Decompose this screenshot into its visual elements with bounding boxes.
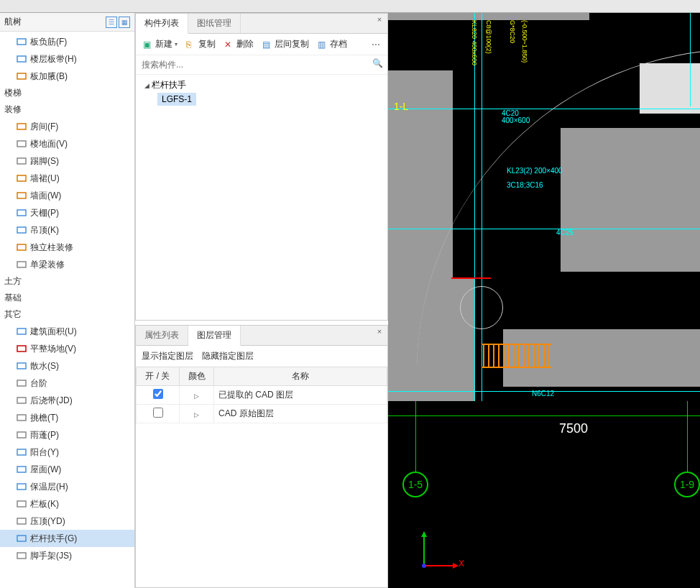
tree-cat-decor[interactable]: 装修 xyxy=(0,101,134,118)
item-icon xyxy=(16,155,27,167)
tree-item[interactable]: 楼地面(V) xyxy=(0,135,134,152)
floor-copy-button[interactable]: ▤层间复制 xyxy=(259,37,312,52)
svg-rect-19 xyxy=(17,449,26,455)
tree-cat-stairs[interactable]: 楼梯 xyxy=(0,85,134,101)
tree-item[interactable]: 阳台(Y) xyxy=(0,444,134,461)
delete-icon: ✕ xyxy=(224,40,234,50)
grid-marker: 1-5 xyxy=(402,472,428,497)
tree-item[interactable]: 单梁装修 xyxy=(0,256,134,273)
view-grid-icon[interactable]: ▦ xyxy=(119,17,130,28)
tree-item[interactable]: 雨蓬(P) xyxy=(0,426,134,444)
item-icon xyxy=(16,515,27,527)
new-button[interactable]: ▣新建▾ xyxy=(140,37,180,52)
svg-rect-12 xyxy=(17,329,26,334)
item-icon xyxy=(16,550,27,561)
tree-item[interactable]: 挑檐(T) xyxy=(0,409,134,426)
search-icon[interactable]: 🔍 xyxy=(372,58,383,71)
tree-item[interactable]: 后浇带(JD) xyxy=(0,392,134,409)
cad-viewport[interactable]: 4C20 400×600 KL23(2) 200×400 3C18;3C16 4… xyxy=(388,13,700,588)
nav-tree-title: 航树 xyxy=(4,16,22,28)
tree-item[interactable]: 板负筋(F) xyxy=(0,33,134,50)
more-icon[interactable]: ⋯ xyxy=(369,40,383,50)
tree-cat-other[interactable]: 其它 xyxy=(0,306,134,323)
svg-rect-21 xyxy=(17,484,26,490)
layer-toggle[interactable] xyxy=(153,408,163,418)
close-icon[interactable]: × xyxy=(374,15,384,25)
archive-button[interactable]: ▥存档 xyxy=(315,37,350,52)
tree-item[interactable]: 散水(S) xyxy=(0,357,134,375)
component-item[interactable]: LGFS-1 xyxy=(157,93,196,106)
nav-tree: 板负筋(F)楼层板带(H)板加腋(B) 楼梯 装修 房间(F)楼地面(V)踢脚(… xyxy=(0,32,134,566)
tree-item[interactable]: 踢脚(S) xyxy=(0,152,134,170)
tab-properties[interactable]: 属性列表 xyxy=(136,326,188,345)
item-icon xyxy=(16,446,27,458)
svg-marker-27 xyxy=(453,563,459,569)
tree-item[interactable]: 墙面(W) xyxy=(0,187,134,204)
tree-item[interactable]: 台阶 xyxy=(0,375,134,392)
svg-rect-16 xyxy=(17,398,26,403)
search-input[interactable] xyxy=(140,58,385,71)
delete-button[interactable]: ✕删除 xyxy=(221,37,257,52)
svg-rect-25 xyxy=(17,553,26,559)
component-list-panel: × 构件列表 图纸管理 ▣新建▾ ⎘复制 ✕删除 ▤层间复制 ▥存档 ⋯ 🔍 ◢… xyxy=(135,13,388,321)
chevron-down-icon[interactable]: ◢ xyxy=(144,82,152,89)
copy-button[interactable]: ⎘复制 xyxy=(183,37,218,52)
section-label: 1-L xyxy=(394,101,408,112)
tree-item[interactable]: 栏板(K) xyxy=(0,495,134,513)
tab-drawing-mgmt[interactable]: 图纸管理 xyxy=(188,14,241,33)
tree-item[interactable]: 屋面(W) xyxy=(0,461,134,478)
expand-icon[interactable]: ▷ xyxy=(194,411,199,418)
properties-panel: × 属性列表 图层管理 显示指定图层 隐藏指定图层 开 / 关 颜色 名称 ▷ … xyxy=(135,325,388,588)
item-icon xyxy=(16,533,27,544)
dimension: 7500 xyxy=(559,421,588,436)
show-layer-action[interactable]: 显示指定图层 xyxy=(142,350,193,362)
tree-item[interactable]: 墙裙(U) xyxy=(0,170,134,187)
tree-item[interactable]: 建筑面积(U) xyxy=(0,323,134,340)
svg-point-30 xyxy=(422,564,426,568)
archive-icon: ▥ xyxy=(318,40,328,50)
tree-item[interactable]: 板加腋(B) xyxy=(0,68,134,85)
svg-rect-7 xyxy=(17,193,26,198)
tree-item[interactable]: 独立柱装修 xyxy=(0,239,134,256)
view-list-icon[interactable]: ☰ xyxy=(106,17,117,28)
beam-label: KL23(2) 200×400 xyxy=(507,167,563,175)
tree-cat-earth[interactable]: 土方 xyxy=(0,273,134,290)
layer-toggle[interactable] xyxy=(153,389,163,399)
tree-item[interactable]: 楼层板带(H) xyxy=(0,50,134,68)
grid-marker: 1-9 xyxy=(674,472,700,497)
component-root-node[interactable]: ◢ 栏杆扶手 xyxy=(142,78,382,93)
layer-name: 已提取的 CAD 图层 xyxy=(214,386,387,405)
item-icon xyxy=(16,343,27,354)
layer-table: 开 / 关 颜色 名称 ▷ 已提取的 CAD 图层 ▷ CAD 原始图层 xyxy=(136,367,387,423)
tree-item[interactable]: 压顶(YD) xyxy=(0,513,134,530)
svg-rect-23 xyxy=(17,518,26,524)
expand-icon[interactable]: ▷ xyxy=(194,392,199,400)
tree-item[interactable]: 天棚(P) xyxy=(0,204,134,221)
svg-rect-1 xyxy=(17,56,26,62)
svg-rect-2 xyxy=(17,73,26,79)
hide-layer-action[interactable]: 隐藏指定图层 xyxy=(202,350,254,362)
item-icon xyxy=(16,121,27,132)
tab-component-list[interactable]: 构件列表 xyxy=(136,14,188,34)
item-icon xyxy=(16,360,27,372)
close-icon[interactable]: × xyxy=(374,327,384,337)
tab-layer-mgmt[interactable]: 图层管理 xyxy=(188,326,241,346)
item-icon xyxy=(16,395,27,406)
tree-item[interactable]: 吊顶(K) xyxy=(0,221,134,239)
tree-item[interactable]: 脚手架(JS) xyxy=(0,547,134,564)
item-icon xyxy=(16,53,27,65)
svg-rect-4 xyxy=(17,141,26,147)
tree-item[interactable]: 房间(F) xyxy=(0,118,134,135)
col-name: 名称 xyxy=(214,367,387,386)
layers-icon: ▤ xyxy=(262,40,272,50)
table-row[interactable]: ▷ CAD 原始图层 xyxy=(137,405,387,423)
beam-dim: 400×600 xyxy=(502,116,530,124)
svg-rect-22 xyxy=(17,501,26,507)
tree-item[interactable]: 保温层(H) xyxy=(0,478,134,495)
tree-item[interactable]: 栏杆扶手(G) xyxy=(0,530,134,547)
table-row[interactable]: ▷ 已提取的 CAD 图层 xyxy=(137,386,387,405)
tree-item[interactable]: 平整场地(V) xyxy=(0,340,134,357)
item-icon xyxy=(16,464,27,475)
tree-cat-foundation[interactable]: 基础 xyxy=(0,290,134,306)
svg-rect-20 xyxy=(17,467,26,472)
